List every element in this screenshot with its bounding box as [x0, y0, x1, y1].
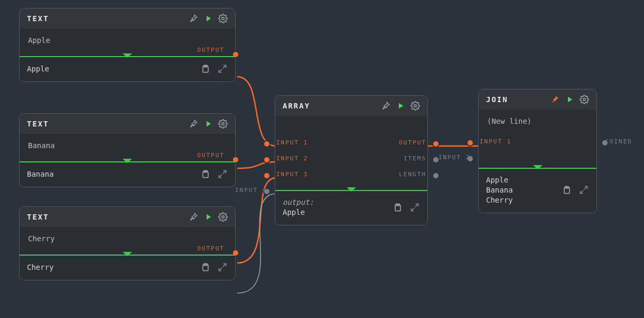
- gear-icon[interactable]: [580, 95, 589, 104]
- expand-icon[interactable]: [217, 169, 228, 179]
- expand-icon[interactable]: [578, 185, 589, 195]
- clipboard-icon[interactable]: [200, 262, 211, 272]
- node-join[interactable]: JOIN (New line) INPUT 1 INPUT 2 JOINED A…: [478, 89, 597, 213]
- length-port[interactable]: [432, 172, 440, 179]
- output-port-label: OUTPUT: [197, 47, 225, 53]
- result-divider: [20, 255, 235, 256]
- node-header[interactable]: TEXT: [20, 114, 235, 134]
- joined-port-label: JOINED: [605, 138, 632, 145]
- node-header[interactable]: JOIN: [479, 89, 596, 110]
- joined-port[interactable]: [601, 139, 609, 147]
- expand-icon[interactable]: [217, 63, 228, 74]
- output-port[interactable]: [432, 140, 440, 148]
- output-value: Apple Banana Cherry: [486, 175, 513, 205]
- input-port-1-label: INPUT 1: [276, 139, 308, 146]
- node-array[interactable]: ARRAY INPUT 1 INPUT 2 INPUT 3 INPUT 4 OU…: [275, 95, 428, 225]
- node-text-3[interactable]: TEXT Cherry OUTPUT Cherry: [19, 206, 236, 280]
- result-divider: [20, 161, 235, 162]
- output-port-label: OUTPUT: [399, 139, 426, 146]
- length-port-label: LENGTH: [399, 171, 426, 178]
- output-value: Banana: [27, 169, 54, 179]
- svg-point-3: [222, 123, 225, 125]
- gear-icon[interactable]: [218, 14, 228, 23]
- svg-point-12: [583, 98, 586, 101]
- output-value: output:Apple: [283, 197, 314, 217]
- input-port-1[interactable]: [466, 139, 474, 147]
- join-separator-value[interactable]: (New line): [487, 117, 531, 125]
- expand-icon[interactable]: [409, 202, 420, 213]
- gear-icon[interactable]: [410, 101, 420, 111]
- input-port-3[interactable]: [263, 172, 270, 179]
- svg-point-9: [414, 105, 417, 107]
- node-title: TEXT: [27, 14, 49, 23]
- run-icon[interactable]: [396, 101, 405, 111]
- gear-icon[interactable]: [218, 119, 228, 129]
- node-title: TEXT: [27, 213, 49, 221]
- input-port-4-label: INPUT 4: [235, 187, 267, 194]
- result-divider: [275, 190, 427, 191]
- input-port-1[interactable]: [263, 140, 270, 148]
- clipboard-icon[interactable]: [200, 63, 211, 74]
- clipboard-icon[interactable]: [393, 202, 403, 213]
- clipboard-icon[interactable]: [562, 185, 572, 195]
- node-header[interactable]: TEXT: [20, 8, 235, 29]
- result-divider: [20, 56, 235, 57]
- run-icon[interactable]: [203, 119, 213, 129]
- run-icon[interactable]: [203, 212, 213, 222]
- run-icon[interactable]: [203, 14, 213, 23]
- result-divider: [479, 168, 596, 169]
- output-port-label: OUTPUT: [197, 152, 225, 159]
- node-text-1[interactable]: TEXT Apple OUTPUT Apple: [19, 8, 236, 82]
- input-port-2[interactable]: [263, 156, 270, 163]
- pin-icon[interactable]: [381, 101, 390, 111]
- run-icon[interactable]: [565, 95, 574, 104]
- input-port-3-label: INPUT 3: [276, 171, 308, 178]
- svg-point-6: [222, 216, 225, 219]
- output-value: Apple: [27, 64, 49, 74]
- node-text-2[interactable]: TEXT Banana OUTPUT Banana: [19, 113, 236, 187]
- node-title: ARRAY: [283, 102, 310, 110]
- node-header[interactable]: ARRAY: [275, 96, 427, 116]
- node-title: TEXT: [27, 120, 49, 128]
- svg-point-0: [222, 17, 225, 20]
- pin-icon[interactable]: [189, 14, 198, 23]
- input-port-2-label: INPUT 2: [276, 155, 308, 162]
- gear-icon[interactable]: [218, 212, 228, 222]
- node-header[interactable]: TEXT: [20, 207, 235, 227]
- output-value: Cherry: [27, 262, 54, 272]
- input-port-2-label: INPUT 2: [438, 154, 470, 161]
- items-port-label: ITEMS: [404, 155, 426, 162]
- expand-icon[interactable]: [217, 262, 228, 272]
- pin-icon[interactable]: [189, 212, 198, 222]
- pin-icon[interactable]: [189, 119, 198, 129]
- input-port-1-label: INPUT 1: [480, 138, 511, 145]
- node-title: JOIN: [486, 95, 508, 104]
- output-port-label: OUTPUT: [197, 245, 225, 252]
- pin-icon[interactable]: [550, 95, 559, 104]
- clipboard-icon[interactable]: [200, 169, 211, 179]
